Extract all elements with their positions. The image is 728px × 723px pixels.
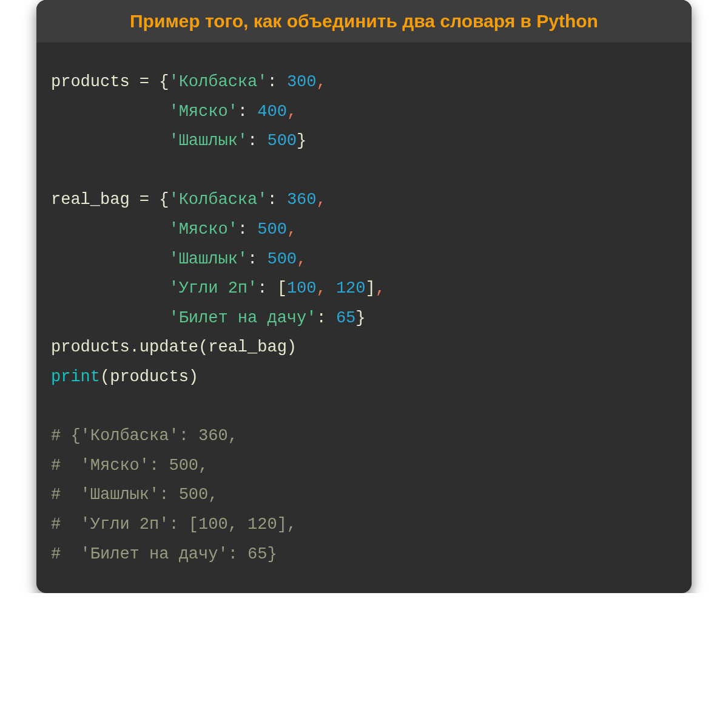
string: 'Билет на дачу' xyxy=(169,309,316,327)
brace: { xyxy=(159,73,169,91)
brace: } xyxy=(297,132,306,150)
number: 120 xyxy=(336,279,366,297)
number: 500 xyxy=(267,132,297,150)
colon: : xyxy=(248,132,267,150)
brace: } xyxy=(356,309,365,327)
code-line: # 'Угли 2п': [100, 120], xyxy=(51,515,297,534)
equals-operator: = xyxy=(130,73,160,91)
comment: # 'Билет на дачу': 65} xyxy=(51,545,277,563)
number: 300 xyxy=(287,73,317,91)
code-line: 'Мяско': 500, xyxy=(51,220,297,239)
comma: , xyxy=(316,191,326,209)
comma: , xyxy=(287,220,297,239)
comment: # {'Колбаска': 360, xyxy=(51,427,238,445)
string: 'Колбаска' xyxy=(169,73,267,91)
number: 360 xyxy=(287,191,317,209)
number: 100 xyxy=(287,279,317,297)
code-line: 'Угли 2п': [100, 120], xyxy=(51,279,385,297)
comma: , xyxy=(287,103,297,121)
colon: : xyxy=(248,250,267,268)
number: 500 xyxy=(267,250,297,268)
code-line: 'Билет на дачу': 65} xyxy=(51,309,366,327)
code-line: real_bag = {'Колбаска': 360, xyxy=(51,191,326,209)
string: 'Угли 2п' xyxy=(169,279,257,297)
string: 'Шашлык' xyxy=(169,250,248,268)
code-line: # 'Мяско': 500, xyxy=(51,457,208,475)
string: 'Колбаска' xyxy=(169,191,267,209)
indent xyxy=(51,220,169,239)
statement: products.update(real_bag) xyxy=(51,338,297,356)
colon: : xyxy=(316,309,335,327)
code-line: 'Мяско': 400, xyxy=(51,103,297,121)
indent xyxy=(51,132,169,150)
code-line: # 'Шашлык': 500, xyxy=(51,486,218,504)
builtin-function: print xyxy=(51,368,100,386)
code-line: products = {'Колбаска': 300, xyxy=(51,73,326,91)
space xyxy=(326,279,336,297)
equals-operator: = xyxy=(130,191,160,209)
code-line: 'Шашлык': 500, xyxy=(51,250,306,268)
colon: : xyxy=(238,103,257,121)
colon: : xyxy=(257,279,277,297)
comma: , xyxy=(316,73,326,91)
code-line: # 'Билет на дачу': 65} xyxy=(51,545,277,563)
colon: : xyxy=(267,191,286,209)
comma: , xyxy=(297,250,306,268)
code-body: products = {'Колбаска': 300, 'Мяско': 40… xyxy=(36,43,692,593)
indent xyxy=(51,250,169,268)
code-line: print(products) xyxy=(51,368,198,386)
variable: real_bag xyxy=(51,191,130,209)
number: 500 xyxy=(257,220,287,239)
comment: # 'Мяско': 500, xyxy=(51,457,208,475)
comma: , xyxy=(376,279,385,297)
string: 'Шашлык' xyxy=(169,132,248,150)
bracket: [ xyxy=(277,279,287,297)
number: 400 xyxy=(257,103,287,121)
indent xyxy=(51,103,169,121)
colon: : xyxy=(238,220,257,239)
bracket: ] xyxy=(366,279,376,297)
number: 65 xyxy=(336,309,356,327)
comment: # 'Угли 2п': [100, 120], xyxy=(51,515,297,534)
string: 'Мяско' xyxy=(169,220,237,239)
comma: , xyxy=(316,279,326,297)
comment: # 'Шашлык': 500, xyxy=(51,486,218,504)
card-title: Пример того, как объединить два словаря … xyxy=(36,0,692,43)
colon: : xyxy=(267,73,286,91)
code-line: 'Шашлык': 500} xyxy=(51,132,306,150)
indent xyxy=(51,279,169,297)
string: 'Мяско' xyxy=(169,103,237,121)
call-args: (products) xyxy=(100,368,198,386)
code-line: # {'Колбаска': 360, xyxy=(51,427,238,445)
brace: { xyxy=(159,191,169,209)
variable: products xyxy=(51,73,130,91)
code-card: Пример того, как объединить два словаря … xyxy=(36,0,692,593)
indent xyxy=(51,309,169,327)
code-line: products.update(real_bag) xyxy=(51,338,297,356)
